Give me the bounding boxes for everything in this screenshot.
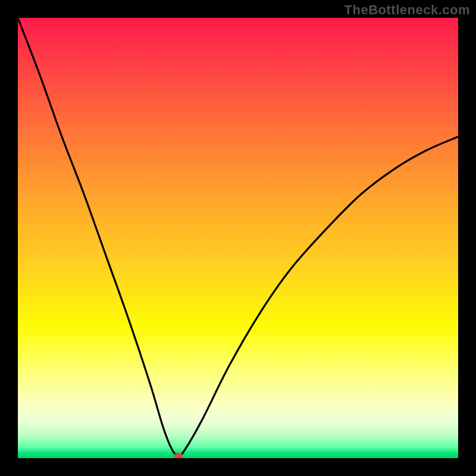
chart-frame: TheBottleneck.com bbox=[0, 0, 476, 476]
curve-svg bbox=[18, 18, 458, 458]
bottleneck-curve bbox=[18, 18, 458, 456]
plot-area bbox=[18, 18, 458, 458]
optimal-marker bbox=[174, 453, 183, 458]
watermark-text: TheBottleneck.com bbox=[345, 2, 470, 18]
